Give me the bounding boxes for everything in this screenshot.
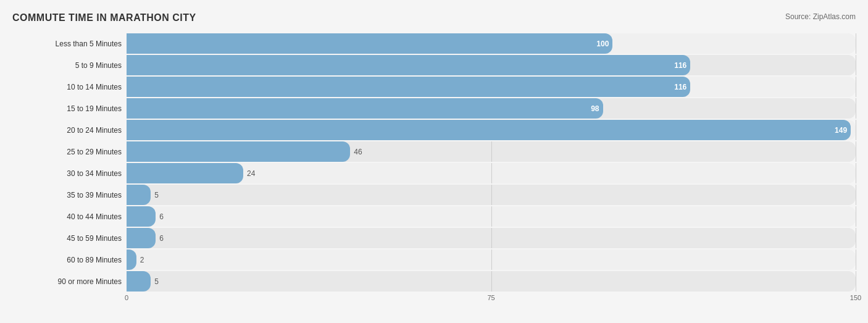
- bar-value-outside: 2: [140, 256, 144, 264]
- bar-value-inside: 100: [596, 40, 612, 48]
- bar-value-inside: 116: [674, 83, 690, 91]
- bar-label: 5 to 9 Minutes: [12, 61, 127, 70]
- bar-fill: 116: [127, 77, 690, 97]
- bar-fill: [127, 185, 151, 205]
- bar-track: 100: [127, 33, 856, 54]
- bar-value-outside: 5: [154, 277, 159, 286]
- chart-source: Source: ZipAtlas.com: [785, 12, 856, 21]
- bar-row: 45 to 59 Minutes6: [12, 228, 856, 248]
- bar-label: 45 to 59 Minutes: [12, 234, 127, 243]
- bar-fill: [127, 228, 156, 248]
- bar-value-inside: 98: [591, 104, 603, 113]
- bar-row: Less than 5 Minutes100: [12, 33, 856, 54]
- bar-fill: 98: [127, 98, 603, 119]
- bar-row: 5 to 9 Minutes116: [12, 55, 856, 75]
- chart-header: COMMUTE TIME IN MARATHON CITY Source: Zi…: [12, 12, 856, 23]
- bar-row: 30 to 34 Minutes24: [12, 163, 856, 183]
- bar-track: 149: [127, 120, 856, 140]
- bar-value-outside: 46: [354, 148, 362, 156]
- bar-label: 90 or more Minutes: [12, 277, 127, 286]
- bar-label: 30 to 34 Minutes: [12, 169, 127, 178]
- bar-fill: 100: [127, 33, 612, 54]
- bar-label: 40 to 44 Minutes: [12, 212, 127, 221]
- bar-row: 25 to 29 Minutes46: [12, 141, 856, 162]
- axis-area: 075150: [12, 294, 856, 306]
- axis-tick: 75: [487, 294, 495, 301]
- bar-label: 25 to 29 Minutes: [12, 148, 127, 156]
- bar-row: 90 or more Minutes5: [12, 271, 856, 292]
- bar-value-inside: 116: [674, 61, 690, 70]
- bar-row: 15 to 19 Minutes98: [12, 98, 856, 119]
- bar-value-inside: 149: [835, 126, 851, 135]
- bar-label: 10 to 14 Minutes: [12, 83, 127, 91]
- bar-fill: 116: [127, 55, 690, 75]
- bar-row: 60 to 89 Minutes2: [12, 250, 856, 270]
- bar-row: 35 to 39 Minutes5: [12, 185, 856, 205]
- bar-fill: [127, 141, 350, 162]
- bars-wrapper: Less than 5 Minutes1005 to 9 Minutes1161…: [12, 33, 856, 292]
- bar-track: 5: [127, 271, 856, 292]
- bar-track: 6: [127, 206, 856, 227]
- chart-container: COMMUTE TIME IN MARATHON CITY Source: Zi…: [12, 12, 856, 306]
- bar-track: 46: [127, 141, 856, 162]
- bar-label: 15 to 19 Minutes: [12, 104, 127, 113]
- bar-row: 10 to 14 Minutes116: [12, 77, 856, 97]
- bar-value-outside: 24: [247, 169, 255, 178]
- bar-fill: [127, 163, 243, 183]
- bar-track: 116: [127, 55, 856, 75]
- bar-track: 5: [127, 185, 856, 205]
- chart-title: COMMUTE TIME IN MARATHON CITY: [12, 12, 196, 23]
- bar-track: 24: [127, 163, 856, 183]
- bar-label: 35 to 39 Minutes: [12, 191, 127, 199]
- bar-value-outside: 5: [154, 191, 159, 199]
- bar-fill: [127, 206, 156, 227]
- bar-fill: [127, 271, 151, 292]
- axis-line: 075150: [127, 294, 856, 306]
- bar-track: 2: [127, 250, 856, 270]
- axis-tick: 0: [125, 294, 128, 301]
- bar-label: 20 to 24 Minutes: [12, 126, 127, 135]
- axis-tick: 150: [850, 294, 861, 301]
- bar-fill: 149: [127, 120, 851, 140]
- bar-fill: [127, 250, 136, 270]
- bar-label: Less than 5 Minutes: [12, 40, 127, 48]
- bar-value-outside: 6: [159, 234, 164, 243]
- bar-value-outside: 6: [159, 212, 164, 221]
- bar-track: 98: [127, 98, 856, 119]
- bar-row: 40 to 44 Minutes6: [12, 206, 856, 227]
- bar-track: 6: [127, 228, 856, 248]
- bar-label: 60 to 89 Minutes: [12, 256, 127, 264]
- bar-track: 116: [127, 77, 856, 97]
- bar-row: 20 to 24 Minutes149: [12, 120, 856, 140]
